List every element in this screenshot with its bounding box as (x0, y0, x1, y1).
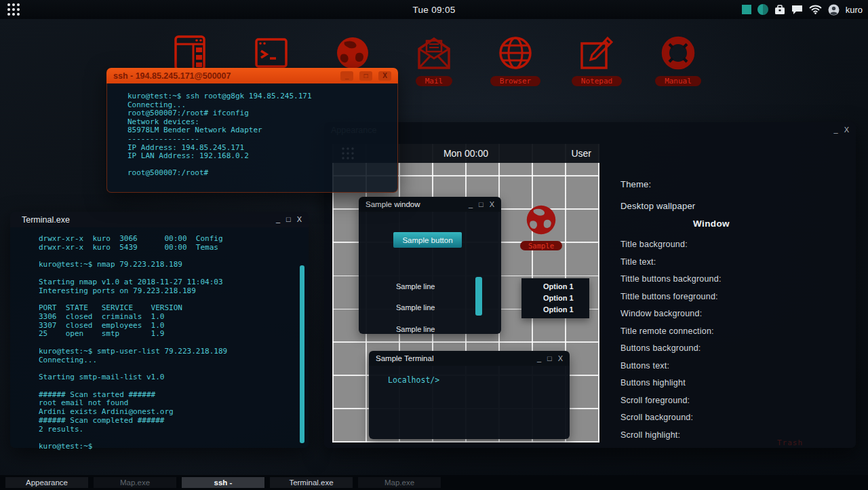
terminal-scrollbar-thumb[interactable] (300, 265, 304, 443)
minimize-icon[interactable]: _ (537, 355, 541, 362)
taskbar-item-map[interactable]: Map.exe (94, 477, 176, 488)
wallpaper-label: Desktop wallpaper (620, 201, 695, 211)
taskbar-item-ssh[interactable]: ssh - (182, 477, 264, 488)
taskbar-item-terminal[interactable]: Terminal.exe (270, 477, 353, 488)
taskbar-item-appearance[interactable]: Appearance (5, 477, 88, 488)
minimize-icon[interactable]: _ (834, 126, 838, 134)
sample-button[interactable]: Sample button (393, 232, 462, 248)
sample-line[interactable]: Sample line (396, 303, 435, 312)
setting-label: Title background: (620, 240, 688, 249)
window-title: ssh - 194.85.245.171@500007 (113, 71, 340, 81)
close-icon[interactable]: X (844, 126, 849, 134)
terminal-output: drwxr-xr-x kuro 3066 00:00 Config drwxr-… (39, 235, 309, 451)
maximize-icon[interactable]: □ (547, 355, 552, 362)
minimize-icon[interactable]: _ (340, 71, 353, 81)
preview-sample-icon[interactable]: Sample (507, 204, 575, 251)
setting-label: Scroll highlight: (620, 430, 680, 440)
setting-label: Tittle buttons background: (620, 274, 722, 284)
setting-label: Tittle buttons foreground: (620, 292, 718, 301)
window-title: Terminal.exe (17, 215, 276, 225)
sample-context-menu: Option 1 Option 1 Option 1 (521, 278, 589, 318)
sample-terminal-window: Sample Terminal _ □ X Localhost/> (369, 351, 570, 439)
browser-globe-icon (498, 35, 533, 71)
ssh-window: ssh - 194.85.245.171@500007 _ □ X kuro@t… (106, 68, 398, 193)
top-status-bar: Tue 09:05 kuro (0, 0, 868, 19)
minimize-icon[interactable]: _ (469, 201, 473, 208)
desktop-icon-mail[interactable]: Mail (400, 35, 468, 86)
map-globe-icon (335, 35, 370, 71)
briefcase-icon[interactable] (774, 5, 785, 15)
theme-label: Theme: (620, 179, 651, 189)
terminal-titlebar[interactable]: Terminal.exe _ □ X (10, 212, 309, 227)
desktop-icon-label: Notepad (572, 76, 622, 86)
appearance-titlebar[interactable]: Appearance _ X (324, 122, 856, 138)
desktop: Mail Browser Notepad Manual (0, 0, 868, 490)
setting-label: Title text: (620, 257, 656, 267)
window-title: Sample Terminal (376, 354, 537, 362)
file-manager-icon (172, 34, 208, 69)
desktop-icon-label: Manual (655, 76, 701, 86)
notepad-icon (578, 35, 616, 71)
menu-item[interactable]: Option 1 (521, 293, 589, 304)
sample-terminal-prompt: Localhost/> (388, 375, 570, 385)
ssh-output: kuro@test:~$ ssh root@g8gk 194.85.245.17… (127, 92, 397, 178)
maximize-icon[interactable]: □ (359, 71, 372, 81)
terminal-window: Terminal.exe _ □ X drwxr-xr-x kuro 3066 … (10, 212, 309, 448)
desktop-icon-browser[interactable]: Browser (481, 35, 549, 86)
desktop-icon-terminal[interactable] (237, 37, 305, 71)
close-icon[interactable]: X (558, 355, 563, 362)
setting-label: Buttons highlight (620, 378, 686, 388)
sample-line[interactable]: Sample line (396, 282, 435, 290)
menu-item[interactable]: Option 1 (521, 281, 589, 293)
desktop-icon-label: Mail (416, 76, 453, 86)
chat-icon[interactable] (791, 5, 803, 15)
appearance-settings-panel: Theme: Custom ▾ ... Desktop wallpaper Du… (599, 144, 856, 442)
user-avatar-icon[interactable] (828, 4, 840, 16)
wifi-icon[interactable] (809, 5, 822, 14)
desktop-icon-file-manager[interactable] (156, 34, 224, 72)
section-title: Window (599, 219, 823, 229)
mail-icon (415, 35, 453, 71)
close-icon[interactable]: X (297, 216, 302, 223)
terminal-icon (254, 37, 289, 69)
sample-scrollbar-thumb[interactable] (475, 277, 482, 316)
sample-window-titlebar[interactable]: Sample window _ □ X (359, 197, 501, 212)
taskbar: Appearance Map.exe ssh - Terminal.exe Ma… (0, 475, 868, 490)
sample-globe-icon (525, 204, 557, 236)
appearance-window: Appearance _ X Mon 00:00 User (324, 122, 856, 448)
desktop-icon-notepad[interactable]: Notepad (563, 35, 631, 86)
sample-line[interactable]: Sample line (396, 325, 435, 333)
trash-icon-label[interactable]: Trash (777, 438, 803, 447)
window-title: Sample window (366, 200, 469, 208)
maximize-icon[interactable]: □ (479, 201, 484, 208)
username: kuro (846, 5, 863, 15)
clock: Tue 09:05 (0, 5, 868, 15)
setting-label: Buttons background: (620, 343, 701, 353)
ssh-titlebar[interactable]: ssh - 194.85.245.171@500007 _ □ X (106, 68, 398, 83)
sample-window: Sample window _ □ X Sample button Sample… (359, 197, 501, 334)
setting-label: Scroll background: (620, 413, 693, 422)
maximize-icon[interactable]: □ (286, 216, 291, 223)
setting-label: Window background: (620, 309, 702, 318)
menu-item[interactable]: Option 1 (521, 304, 589, 316)
setting-label: Scroll foreground: (620, 396, 690, 405)
close-icon[interactable]: X (378, 71, 391, 81)
system-tray: kuro (742, 0, 863, 19)
manual-lifebuoy-icon (660, 35, 696, 71)
close-icon[interactable]: X (490, 201, 494, 208)
setting-label: Buttons text: (620, 361, 669, 371)
setting-label: Title remote connection: (620, 326, 714, 336)
taskbar-item-map-2[interactable]: Map.exe (358, 477, 441, 488)
desktop-icon-manual[interactable]: Manual (644, 35, 712, 86)
desktop-icon-label: Browser (490, 76, 540, 86)
window-title: Appearance (331, 126, 834, 135)
tray-square-icon[interactable] (742, 5, 751, 14)
tray-circle-icon[interactable] (757, 4, 768, 15)
sample-icon-label: Sample (520, 241, 562, 250)
sample-terminal-titlebar[interactable]: Sample Terminal _ □ X (369, 351, 570, 366)
minimize-icon[interactable]: _ (276, 216, 280, 223)
